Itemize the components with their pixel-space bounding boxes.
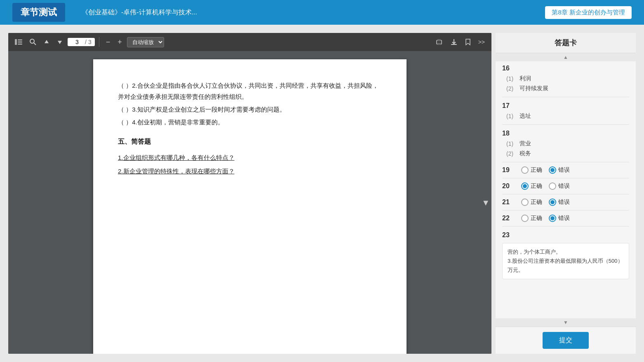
svg-line-5 (34, 43, 36, 45)
wrong-label-21: 错误 (558, 199, 570, 206)
divider-16-17 (502, 97, 629, 97)
page-separator: / (85, 39, 87, 45)
divider-19-20 (502, 178, 629, 178)
wrong-label-19: 错误 (558, 166, 570, 174)
wrong-label-22: 错误 (558, 215, 570, 222)
zoom-select[interactable]: 自动缩放 50% 75% 100% 125% 150% (127, 37, 164, 47)
answer-19-wrong-label[interactable]: 错误 (549, 166, 570, 174)
header: 章节测试 《创业基础》-卓伟-计算机科学与技术... 第8章 新企业的创办与管理 (0, 0, 644, 25)
prev-page-button[interactable] (41, 37, 52, 47)
answer-22-correct-radio[interactable] (521, 215, 529, 222)
answer-20-wrong-label[interactable]: 错误 (549, 182, 570, 190)
bookmark-button[interactable] (463, 37, 473, 47)
zoom-in-button[interactable]: + (115, 36, 125, 48)
question-item-3: （ ）3.知识产权是企业创立之后一段时间才需要考虑的问题。 (118, 104, 382, 115)
course-subtitle: 《创业基础》-卓伟-计算机科学与技术... (82, 8, 197, 17)
search-button[interactable] (27, 37, 39, 47)
answer-panel: 答题卡 ▲ 16 (1) 利润 (2) 可持续发展 (496, 33, 636, 354)
page-total: 3 (88, 39, 92, 45)
answer-21-correct-radio[interactable] (521, 199, 529, 206)
answer-card-title: 答题卡 (496, 33, 636, 53)
answer-18-1: (1) 营业 (502, 139, 629, 149)
pdf-text: （ ）2.合伙企业是指由各合伙人订立合伙协议，共同出资，共同经营，共享有收益，共… (118, 80, 382, 177)
answer-20-correct-radio[interactable] (521, 182, 529, 190)
svg-point-4 (30, 39, 34, 43)
answer-20-correct-label[interactable]: 正确 (521, 182, 542, 190)
print-button[interactable] (433, 37, 445, 47)
answer-item-20: 20 正确 错误 (502, 180, 629, 192)
answer-19-wrong-radio[interactable] (549, 166, 556, 174)
next-page-button[interactable] (54, 37, 65, 47)
pdf-toolbar: / 3 − + 自动缩放 50% 75% 100% 125% 150% (8, 33, 491, 51)
divider-22-23 (502, 226, 629, 227)
answer-panel-inner: 16 (1) 利润 (2) 可持续发展 17 (1) 选址 (496, 61, 636, 318)
answer-22-correct-label[interactable]: 正确 (521, 215, 542, 222)
divider-20-21 (502, 194, 629, 194)
chapter-label: 第8章 新企业的创办与管理 (545, 6, 632, 19)
answer-19-correct-label[interactable]: 正确 (521, 166, 542, 174)
answer-18-2: (2) 税务 (502, 149, 629, 159)
divider-18-19 (502, 162, 629, 162)
scroll-up-arrow[interactable]: ▲ (496, 53, 636, 61)
section-five-title: 五、简答题 (118, 136, 382, 148)
svg-rect-10 (437, 43, 441, 45)
pdf-page: （ ）2.合伙企业是指由各合伙人订立合伙协议，共同出资，共同经营，共享有收益，共… (93, 59, 407, 354)
scroll-down-arrow[interactable]: ▼ (496, 318, 636, 327)
answer-16-2: (2) 可持续发展 (502, 84, 629, 93)
sidebar-toggle-button[interactable] (12, 37, 25, 47)
svg-rect-2 (18, 42, 22, 42)
svg-rect-0 (15, 39, 17, 45)
answer-scroll-area[interactable]: 16 (1) 利润 (2) 可持续发展 17 (1) 选址 (496, 61, 636, 318)
question-item-4: （ ）4.创业初期，营销是非常重要的。 (118, 117, 382, 128)
short-answer-q2: 2.新企业管理的特殊性，表现在哪些方面？ (118, 166, 382, 177)
correct-label-21: 正确 (531, 199, 542, 206)
svg-rect-3 (18, 44, 22, 44)
svg-rect-1 (18, 40, 22, 40)
app-title: 章节测试 (12, 3, 65, 22)
download-button[interactable] (448, 37, 460, 47)
answer-17-1: (1) 选址 (502, 111, 629, 121)
answer-19-correct-radio[interactable] (521, 166, 529, 174)
answer-22-wrong-radio[interactable] (549, 215, 556, 222)
answer-20-wrong-radio[interactable] (549, 182, 556, 190)
divider-21-22 (502, 210, 629, 210)
svg-marker-6 (45, 40, 49, 43)
answer-22-wrong-label[interactable]: 错误 (549, 215, 570, 222)
short-answer-q1: 1.企业组织形式有哪几种，各有什么特点？ (118, 152, 382, 163)
toolbar-divider-1 (99, 37, 99, 47)
main-area: / 3 − + 自动缩放 50% 75% 100% 125% 150% (0, 25, 644, 362)
divider-17-18 (502, 124, 629, 125)
more-tools-button[interactable]: >> (476, 37, 487, 47)
answer-16-1: (1) 利润 (502, 74, 629, 84)
correct-label-19: 正确 (531, 166, 542, 174)
page-input[interactable] (71, 39, 83, 45)
submit-area: 提交 (496, 327, 636, 354)
answer-item-22: 22 正确 错误 (502, 212, 629, 224)
correct-label-20: 正确 (531, 182, 542, 190)
wrong-label-20: 错误 (558, 182, 570, 190)
svg-rect-9 (437, 39, 441, 41)
answer-item-21: 21 正确 错误 (502, 196, 629, 208)
scroll-indicator: ▼ (482, 198, 490, 207)
pdf-content-area[interactable]: （ ）2.合伙企业是指由各合伙人订立合伙协议，共同出资，共同经营，共享有收益，共… (8, 51, 491, 354)
answer-23-text: 营的，为个体工商户。 3.股份公司注册资本的最低限额为人民币（500）万元。 (502, 243, 629, 279)
answer-21-correct-label[interactable]: 正确 (521, 199, 542, 206)
answer-21-wrong-label[interactable]: 错误 (549, 199, 570, 206)
zoom-out-button[interactable]: − (103, 36, 113, 48)
svg-marker-7 (58, 41, 62, 44)
question-item-2: （ ）2.合伙企业是指由各合伙人订立合伙协议，共同出资，共同经营，共享有收益，共… (118, 80, 382, 102)
submit-button[interactable]: 提交 (543, 332, 589, 349)
correct-label-22: 正确 (531, 215, 542, 222)
pdf-viewer: / 3 − + 自动缩放 50% 75% 100% 125% 150% (8, 33, 491, 354)
page-indicator: / 3 (68, 38, 95, 46)
answer-item-19: 19 正确 错误 (502, 164, 629, 176)
answer-item-18: 18 (1) 营业 (2) 税务 (502, 126, 629, 159)
answer-item-16: 16 (1) 利润 (2) 可持续发展 (502, 61, 629, 93)
answer-item-23: 23 营的，为个体工商户。 3.股份公司注册资本的最低限额为人民币（500）万元… (502, 228, 629, 279)
answer-21-wrong-radio[interactable] (549, 199, 556, 206)
answer-item-17: 17 (1) 选址 (502, 99, 629, 121)
